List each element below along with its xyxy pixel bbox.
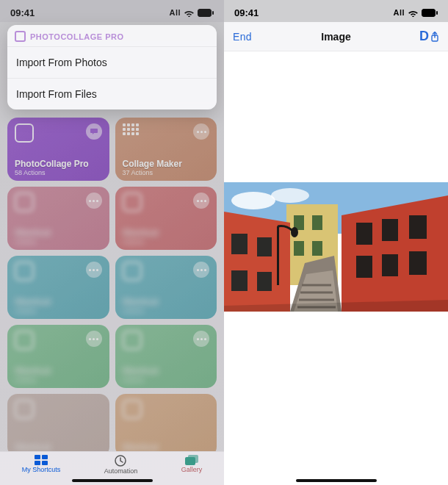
card-subtitle: 58 Actions (15, 169, 102, 176)
svg-rect-0 (198, 9, 212, 16)
svg-marker-25 (342, 195, 448, 312)
tab-automation[interactable]: Automation (104, 455, 138, 475)
svg-rect-5 (42, 461, 48, 465)
carrier-label: All (169, 8, 181, 17)
status-time: 09:41 (234, 7, 259, 18)
tab-label: Automation (104, 467, 138, 475)
svg-rect-3 (42, 455, 48, 459)
svg-rect-24 (257, 272, 272, 291)
shortcut-card[interactable]: Shortcut (115, 394, 217, 451)
menu-header: PHOTOCOLLAGE PRO (7, 25, 217, 46)
svg-point-13 (231, 192, 275, 209)
svg-rect-17 (312, 215, 322, 230)
phone-left: 09:41 All PhotoCollage Pro 58 Actions (0, 0, 224, 485)
shortcut-card[interactable]: ShortcutActions (115, 187, 217, 250)
menu-app-name: PHOTOCOLLAGE PRO (30, 32, 124, 41)
tab-gallery[interactable]: Gallery (181, 455, 203, 473)
tab-label: My Shortcuts (22, 466, 61, 473)
app-box-icon (15, 123, 34, 143)
svg-rect-31 (409, 251, 427, 275)
shortcuts-icon (35, 455, 48, 465)
svg-rect-27 (382, 219, 398, 241)
status-icons: All (393, 8, 438, 17)
import-menu: PHOTOCOLLAGE PRO Import From Photos Impo… (7, 25, 217, 109)
import-from-photos[interactable]: Import From Photos (7, 46, 217, 78)
svg-point-39 (291, 227, 298, 237)
svg-rect-1 (212, 11, 214, 15)
speech-icon (86, 123, 102, 140)
grid-icon (123, 123, 142, 137)
shortcut-card-collagemaker[interactable]: Collage Maker 37 Actions (115, 118, 217, 181)
wifi-icon (184, 9, 195, 17)
status-time: 09:41 (10, 7, 35, 18)
shortcut-card[interactable]: ShortcutActions (115, 256, 217, 319)
result-image[interactable] (224, 182, 448, 312)
svg-rect-29 (356, 256, 372, 278)
svg-rect-2 (35, 455, 40, 459)
svg-rect-9 (422, 9, 436, 16)
carrier-label: All (393, 8, 405, 17)
svg-point-14 (271, 188, 309, 203)
tab-my-shortcuts[interactable]: My Shortcuts (22, 455, 61, 473)
shortcut-card[interactable]: Shortcut (7, 394, 109, 451)
svg-rect-19 (312, 241, 322, 256)
phone-right: 09:41 All End Image D (224, 0, 448, 485)
svg-rect-18 (294, 241, 304, 256)
preview-title: Image (224, 31, 448, 43)
card-title: PhotoCollage Pro (15, 159, 102, 169)
gallery-icon (185, 455, 198, 465)
shortcut-card[interactable]: ShortcutActions (115, 325, 217, 388)
wifi-icon (408, 9, 419, 17)
svg-rect-38 (277, 226, 279, 285)
status-bar: 09:41 All (0, 0, 224, 22)
battery-icon (422, 9, 438, 17)
preview-toolbar: End Image D (224, 22, 448, 51)
svg-rect-22 (257, 237, 272, 256)
svg-rect-28 (409, 215, 427, 239)
clock-icon (115, 455, 126, 467)
shortcut-card[interactable]: ShortcutActions (7, 256, 109, 319)
svg-rect-21 (231, 234, 248, 254)
svg-rect-8 (188, 455, 198, 463)
svg-rect-23 (231, 270, 248, 291)
battery-icon (198, 9, 214, 17)
home-indicator[interactable] (296, 479, 377, 482)
shortcut-card[interactable]: ShortcutActions (7, 325, 109, 388)
more-icon[interactable] (193, 123, 209, 140)
status-icons: All (169, 8, 214, 17)
shortcut-card-photocollage[interactable]: PhotoCollage Pro 58 Actions (7, 118, 109, 181)
svg-rect-30 (382, 254, 398, 276)
home-indicator[interactable] (72, 479, 153, 482)
svg-rect-10 (436, 11, 438, 15)
svg-rect-26 (356, 223, 372, 245)
svg-rect-4 (35, 461, 40, 465)
status-bar: 09:41 All (224, 0, 448, 22)
card-subtitle: 37 Actions (123, 169, 210, 176)
import-from-files[interactable]: Import From Files (7, 78, 217, 109)
tab-label: Gallery (181, 466, 203, 473)
shortcut-card[interactable]: ShortcutActions (7, 187, 109, 250)
card-title: Collage Maker (123, 159, 210, 169)
app-icon (15, 31, 26, 42)
